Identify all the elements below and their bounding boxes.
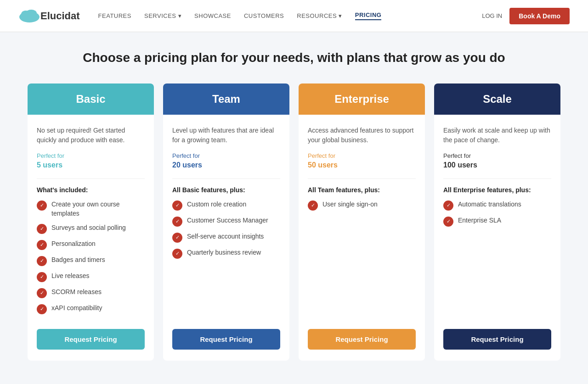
- divider-enterprise: [308, 178, 416, 179]
- divider-scale: [443, 178, 551, 179]
- page-heading: Choose a pricing plan for your needs, wi…: [28, 50, 560, 65]
- plan-description-enterprise: Access advanced features to support your…: [308, 126, 416, 145]
- plan-body-team: Level up with features that are ideal fo…: [163, 115, 289, 361]
- logo-text: Elucidat: [40, 10, 80, 22]
- feature-team-3: ✓ Quarterly business review: [172, 248, 280, 259]
- plan-description-basic: No set up required! Get started quickly …: [37, 126, 145, 145]
- feature-team-1: ✓ Customer Success Manager: [172, 216, 280, 227]
- features-heading-enterprise: All Team features, plus:: [308, 186, 416, 194]
- feature-basic-1: ✓ Surveys and social polling: [37, 223, 145, 234]
- check-icon: ✓: [37, 272, 47, 282]
- plan-description-team: Level up with features that are ideal fo…: [172, 126, 280, 145]
- check-icon: ✓: [172, 217, 182, 227]
- feature-scale-1: ✓ Enterprise SLA: [443, 216, 551, 227]
- nav-links: FEATURES SERVICES ▾ SHOWCASE CUSTOMERS R…: [98, 11, 482, 20]
- feature-basic-5: ✓ SCORM releases: [37, 288, 145, 298]
- check-icon: ✓: [443, 217, 453, 227]
- check-icon: ✓: [37, 256, 47, 266]
- check-icon: ✓: [172, 233, 182, 243]
- plan-header-enterprise: Enterprise: [299, 83, 425, 115]
- feature-list-basic: ✓ Create your own course templates ✓ Sur…: [37, 200, 145, 320]
- divider-team: [172, 178, 280, 179]
- feature-basic-4: ✓ Live releases: [37, 272, 145, 282]
- nav-showcase[interactable]: SHOWCASE: [194, 12, 231, 19]
- request-pricing-basic[interactable]: Request Pricing: [37, 329, 145, 350]
- users-count-basic: 5 users: [37, 161, 145, 169]
- feature-list-enterprise: ✓ User single sign-on: [308, 200, 416, 320]
- feature-list-team: ✓ Custom role creation ✓ Customer Succes…: [172, 200, 280, 320]
- users-count-team: 20 users: [172, 161, 280, 169]
- features-heading-team: All Basic features, plus:: [172, 186, 280, 194]
- users-count-enterprise: 50 users: [308, 161, 416, 169]
- nav-resources[interactable]: RESOURCES ▾: [297, 12, 342, 19]
- logo-icon: [18, 8, 40, 24]
- divider-basic: [37, 178, 145, 179]
- feature-basic-6: ✓ xAPI compatibility: [37, 304, 145, 314]
- plan-name-basic: Basic: [76, 93, 105, 105]
- features-heading-scale: All Enterprise features, plus:: [443, 186, 551, 194]
- feature-team-2: ✓ Self-serve account insights: [172, 232, 280, 243]
- features-heading-basic: What's included:: [37, 186, 145, 194]
- feature-basic-2: ✓ Personalization: [37, 239, 145, 250]
- plan-header-scale: Scale: [434, 83, 560, 115]
- plan-name-team: Team: [212, 93, 240, 105]
- svg-point-2: [26, 10, 37, 17]
- logo[interactable]: Elucidat: [18, 8, 80, 24]
- nav-services[interactable]: SERVICES ▾: [144, 12, 181, 19]
- plan-body-scale: Easily work at scale and keep up with th…: [434, 115, 560, 361]
- book-demo-button[interactable]: Book A Demo: [509, 8, 570, 24]
- plan-card-scale: Scale Easily work at scale and keep up w…: [434, 83, 560, 361]
- pricing-grid: Basic No set up required! Get started qu…: [28, 83, 560, 361]
- feature-list-scale: ✓ Automatic translations ✓ Enterprise SL…: [443, 200, 551, 320]
- feature-scale-0: ✓ Automatic translations: [443, 200, 551, 211]
- check-icon: ✓: [37, 304, 47, 314]
- nav-customers[interactable]: CUSTOMERS: [244, 12, 284, 19]
- check-icon: ✓: [172, 200, 182, 211]
- perfect-for-scale: Perfect for: [443, 152, 551, 159]
- users-count-scale: 100 users: [443, 161, 551, 169]
- plan-header-team: Team: [163, 83, 289, 115]
- plan-header-basic: Basic: [28, 83, 154, 115]
- plan-card-enterprise: Enterprise Access advanced features to s…: [299, 83, 425, 361]
- check-icon: ✓: [37, 224, 47, 234]
- plan-body-enterprise: Access advanced features to support your…: [299, 115, 425, 361]
- plan-description-scale: Easily work at scale and keep up with th…: [443, 126, 551, 145]
- perfect-for-enterprise: Perfect for: [308, 152, 416, 159]
- check-icon: ✓: [37, 288, 47, 298]
- check-icon: ✓: [37, 240, 47, 250]
- feature-team-0: ✓ Custom role creation: [172, 200, 280, 211]
- check-icon: ✓: [37, 200, 47, 211]
- nav-actions: LOG IN Book A Demo: [482, 8, 570, 24]
- main-content: Choose a pricing plan for your needs, wi…: [18, 32, 570, 384]
- login-link[interactable]: LOG IN: [482, 12, 502, 19]
- feature-enterprise-0: ✓ User single sign-on: [308, 200, 416, 211]
- request-pricing-team[interactable]: Request Pricing: [172, 329, 280, 350]
- perfect-for-team: Perfect for: [172, 152, 280, 159]
- plan-name-enterprise: Enterprise: [334, 93, 389, 105]
- feature-basic-3: ✓ Badges and timers: [37, 256, 145, 266]
- request-pricing-scale[interactable]: Request Pricing: [443, 329, 551, 350]
- check-icon: ✓: [308, 200, 318, 211]
- plan-body-basic: No set up required! Get started quickly …: [28, 115, 154, 361]
- nav-pricing[interactable]: PRICING: [355, 11, 382, 20]
- plan-card-basic: Basic No set up required! Get started qu…: [28, 83, 154, 361]
- plan-card-team: Team Level up with features that are ide…: [163, 83, 289, 361]
- request-pricing-enterprise[interactable]: Request Pricing: [308, 329, 416, 350]
- perfect-for-basic: Perfect for: [37, 152, 145, 159]
- check-icon: ✓: [172, 249, 182, 259]
- check-icon: ✓: [443, 200, 453, 211]
- nav-features[interactable]: FEATURES: [98, 12, 131, 19]
- feature-basic-0: ✓ Create your own course templates: [37, 200, 145, 218]
- navbar: Elucidat FEATURES SERVICES ▾ SHOWCASE CU…: [0, 0, 588, 32]
- plan-name-scale: Scale: [483, 93, 512, 105]
